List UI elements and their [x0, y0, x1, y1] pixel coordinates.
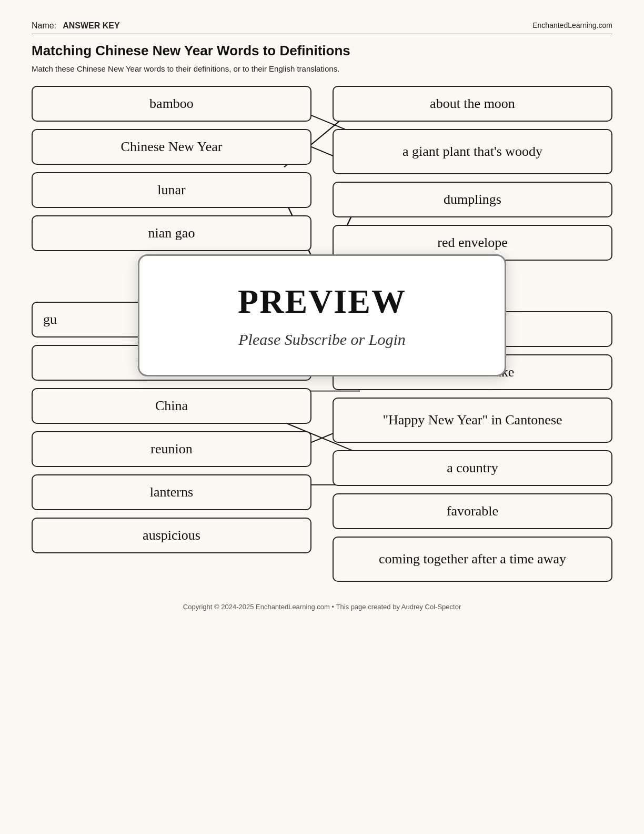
- word-box-china: China: [32, 388, 311, 424]
- preview-subtitle: Please Subscribe or Login: [171, 331, 473, 349]
- footer: Copyright © 2024-2025 EnchantedLearning.…: [32, 603, 612, 611]
- word-box-lunar: lunar: [32, 172, 311, 208]
- def-box-giant-plant: a giant plant that's woody: [333, 129, 612, 174]
- name-value: ANSWER KEY: [63, 21, 119, 30]
- header: Name: ANSWER KEY EnchantedLearning.com: [32, 21, 612, 34]
- def-box-happy-new-year: "Happy New Year" in Cantonese: [333, 398, 612, 443]
- word-box-reunion: reunion: [32, 431, 311, 467]
- def-box-coming-together: coming together after a time away: [333, 537, 612, 582]
- word-box-nian-gao: nian gao: [32, 215, 311, 251]
- page-subtitle: Match these Chinese New Year words to th…: [32, 64, 612, 73]
- name-label: Name:: [32, 21, 56, 30]
- word-box-chinese-new-year: Chinese New Year: [32, 129, 311, 165]
- preview-overlay: PREVIEW Please Subscribe or Login: [138, 254, 506, 376]
- def-box-favorable: favorable: [333, 493, 612, 529]
- site-url: EnchantedLearning.com: [532, 21, 612, 29]
- page-title: Matching Chinese New Year Words to Defin…: [32, 43, 612, 59]
- word-box-lanterns: lanterns: [32, 474, 311, 510]
- def-box-dumplings: dumplings: [333, 182, 612, 217]
- word-box-bamboo: bamboo: [32, 86, 311, 122]
- word-box-auspicious: auspicious: [32, 518, 311, 553]
- def-box-about-moon: about the moon: [333, 86, 612, 122]
- name-line: Name: ANSWER KEY: [32, 21, 120, 31]
- def-box-country: a country: [333, 450, 612, 486]
- preview-title: PREVIEW: [171, 282, 473, 321]
- matching-container: bamboo Chinese New Year lunar nian gao g…: [32, 86, 612, 582]
